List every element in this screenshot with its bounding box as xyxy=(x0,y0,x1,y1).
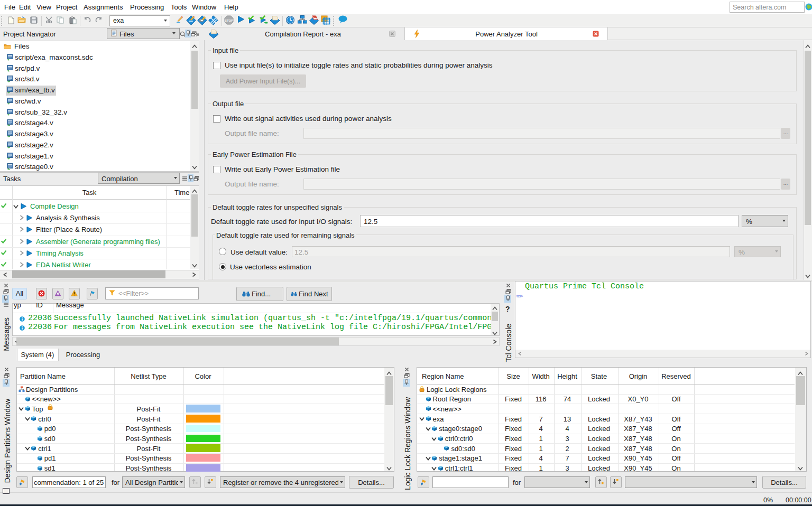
svg-text:STOP: STOP xyxy=(225,19,233,22)
